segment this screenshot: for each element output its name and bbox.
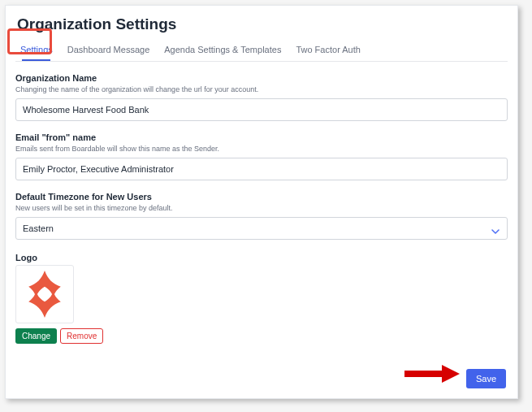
timezone-label: Default Timezone for New Users — [15, 192, 508, 202]
tab-agenda-settings[interactable]: Agenda Settings & Templates — [162, 41, 283, 61]
logo-image — [15, 265, 74, 323]
form-section: Organization Name Changing the name of t… — [15, 62, 508, 344]
email-from-label: Email "from" name — [15, 132, 508, 142]
email-from-input[interactable] — [15, 158, 508, 180]
save-button[interactable]: Save — [466, 369, 506, 388]
email-from-hint: Emails sent from Boardable will show thi… — [15, 145, 508, 153]
tabs: Settings Dashboard Message Agenda Settin… — [15, 38, 508, 62]
logo-actions: Change Remove — [15, 328, 508, 344]
footer: Save — [466, 369, 506, 388]
settings-panel: Organization Settings Settings Dashboard… — [5, 5, 518, 399]
change-logo-button[interactable]: Change — [15, 328, 57, 344]
logo-label: Logo — [15, 253, 508, 262]
tab-dashboard-message[interactable]: Dashboard Message — [66, 41, 152, 61]
tab-two-factor-auth[interactable]: Two Factor Auth — [294, 41, 361, 61]
page-title: Organization Settings — [15, 14, 508, 38]
timezone-select[interactable] — [15, 217, 508, 240]
timezone-select-wrap — [15, 217, 508, 251]
logo-icon — [18, 267, 71, 321]
timezone-hint: New users will be set in this timezone b… — [15, 204, 508, 212]
remove-logo-button[interactable]: Remove — [60, 328, 103, 344]
org-name-label: Organization Name — [15, 73, 508, 83]
org-name-input[interactable] — [15, 98, 508, 121]
org-name-hint: Changing the name of the organization wi… — [15, 85, 508, 93]
logo-block: Logo Change Remove — [15, 253, 508, 344]
tab-settings[interactable]: Settings — [19, 41, 54, 61]
